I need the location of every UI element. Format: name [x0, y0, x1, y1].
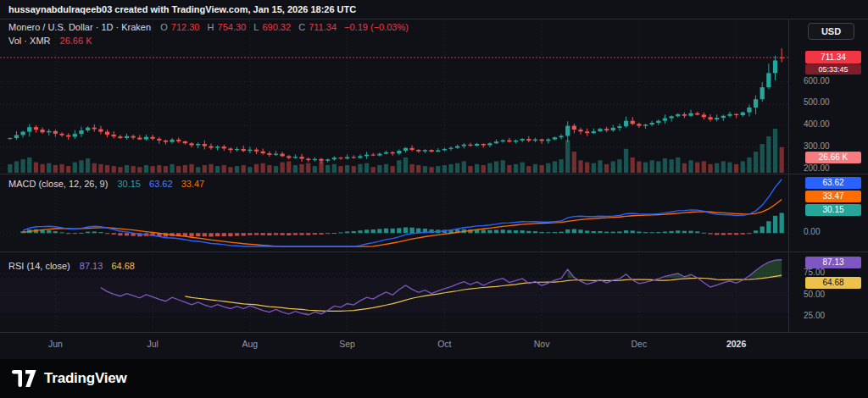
- high-label: H: [208, 22, 214, 32]
- high-value: 754.30: [218, 22, 247, 32]
- macd-line-badge: 63.62: [805, 177, 861, 189]
- footer-bar: TradingView: [0, 359, 868, 398]
- macd-line-value: 63.62: [149, 179, 173, 189]
- rsi-tick-label: 50.00: [804, 290, 825, 299]
- attribution-text: hussaynabdulraqeeb03 created with Tradin…: [8, 4, 356, 14]
- open-label: O: [160, 22, 168, 32]
- time-axis-label: Dec: [622, 339, 656, 349]
- time-axis[interactable]: JunJulAugSepOctNovDec2026: [0, 332, 788, 357]
- volume-badge: 26.66 K: [805, 152, 861, 163]
- time-axis-label: 2026: [720, 339, 754, 349]
- macd-hist-value: 30.15: [117, 179, 141, 189]
- volume-value: 26.66 K: [60, 36, 92, 46]
- rsi-ma-value: 64.68: [111, 261, 135, 271]
- price-pane[interactable]: [0, 19, 788, 174]
- rsi-value-badge: 87.13: [805, 257, 861, 268]
- low-label: L: [253, 22, 259, 32]
- time-axis-label: Jul: [136, 339, 170, 349]
- close-value: 711.34: [309, 22, 337, 32]
- price-tick-label: 200.00: [804, 163, 830, 173]
- macd-signal-value: 33.47: [181, 179, 205, 189]
- macd-legend: MACD (close, 12, 26, 9) 30.15 63.62 33.4…: [8, 179, 210, 189]
- tradingview-wordmark[interactable]: TradingView: [44, 370, 127, 387]
- time-axis-label: Sep: [331, 339, 364, 349]
- currency-button[interactable]: USD: [808, 23, 854, 40]
- time-axis-label: Nov: [525, 339, 559, 349]
- rsi-ma-badge: 64.68: [805, 277, 861, 289]
- price-tick-label: 400.00: [804, 119, 830, 129]
- rsi-value: 87.13: [80, 261, 103, 271]
- price-tick-label: 300.00: [804, 141, 830, 151]
- close-label: C: [298, 22, 305, 32]
- tradingview-snapshot: hussaynabdulraqeeb03 created with Tradin…: [0, 0, 868, 398]
- symbol-title: Monero / U.S. Dollar · 1D · Kraken: [8, 22, 151, 32]
- volume-legend: Vol · XMR 26.66 K: [8, 36, 92, 46]
- symbol-legend: Monero / U.S. Dollar · 1D · Kraken O 712…: [8, 22, 409, 32]
- rsi-tick-label: 25.00: [804, 311, 825, 320]
- price-tick-label: 600.00: [804, 76, 830, 86]
- rsi-title: RSI (14, close): [8, 261, 70, 271]
- tradingview-logo-icon[interactable]: [12, 370, 37, 387]
- volume-title: Vol · XMR: [8, 36, 51, 46]
- price-tick-label: 500.00: [804, 97, 830, 107]
- countdown-badge: 05:33:45: [805, 64, 861, 75]
- attribution-bar: hussaynabdulraqeeb03 created with Tradin…: [8, 4, 356, 14]
- time-axis-label: Oct: [427, 339, 461, 349]
- time-axis-label: Jun: [38, 339, 72, 349]
- open-value: 712.30: [171, 22, 200, 32]
- low-value: 690.32: [262, 22, 291, 32]
- change-value: −0.19 (−0.03%): [344, 22, 409, 32]
- time-axis-label: Aug: [233, 339, 267, 349]
- macd-zero-tick: 0.00: [804, 227, 820, 236]
- macd-title: MACD (close, 12, 26, 9): [8, 179, 108, 189]
- rsi-legend: RSI (14, close) 87.13 64.68: [8, 261, 141, 271]
- macd-signal-badge: 33.47: [805, 191, 861, 202]
- rsi-tick-label: 75.00: [804, 268, 825, 277]
- last-price-badge: 711.34: [805, 51, 861, 64]
- macd-hist-badge: 30.15: [805, 204, 861, 216]
